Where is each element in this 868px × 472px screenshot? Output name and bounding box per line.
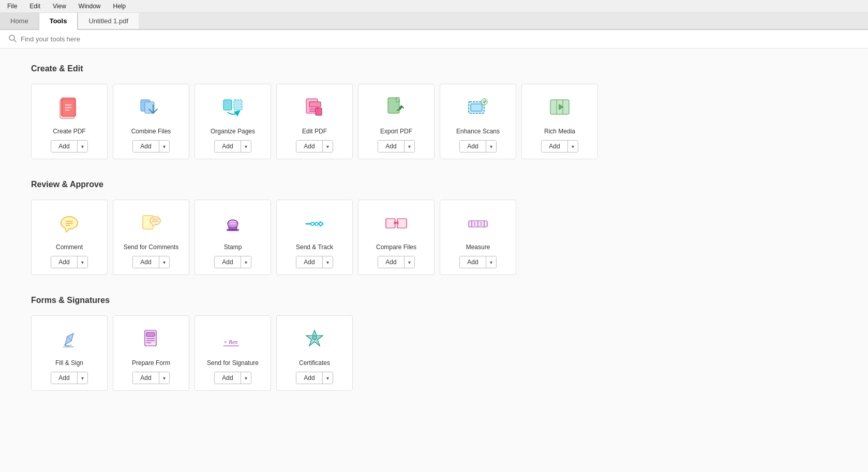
send-for-comments-name: Send for Comments: [124, 243, 179, 251]
svg-rect-14: [309, 102, 321, 107]
create-pdf-name: Create PDF: [53, 128, 85, 135]
svg-rect-36: [227, 229, 239, 231]
search-input[interactable]: [21, 35, 176, 43]
menu-edit[interactable]: Edit: [27, 2, 42, 11]
svg-point-26: [61, 217, 78, 229]
measure-name: Measure: [466, 243, 490, 251]
comment-name: Comment: [56, 243, 83, 251]
menu-view[interactable]: View: [51, 2, 68, 11]
stamp-icon: [218, 209, 247, 238]
send-for-comments-dropdown-button[interactable]: ▾: [159, 256, 169, 268]
certificates-add-button[interactable]: Add: [296, 372, 322, 384]
svg-point-61: [312, 336, 317, 340]
tool-card-create-pdf: Create PDF Add ▾: [31, 84, 108, 159]
create-pdf-add-button[interactable]: Add: [51, 141, 77, 152]
send-for-signature-btn-group: Add ▾: [214, 372, 251, 384]
tab-home[interactable]: Home: [0, 13, 39, 29]
export-pdf-name: Export PDF: [380, 128, 412, 135]
fill-sign-icon: [55, 325, 84, 354]
comment-add-button[interactable]: Add: [51, 256, 77, 268]
tool-card-export-pdf: Export PDF Add ▾: [358, 84, 435, 159]
svg-rect-11: [223, 100, 232, 110]
tool-card-comment: Comment Add ▾: [31, 200, 108, 275]
menu-bar: File Edit View Window Help: [0, 0, 868, 13]
measure-add-button[interactable]: Add: [460, 256, 486, 268]
combine-files-add-button[interactable]: Add: [133, 141, 159, 152]
compare-files-btn-group: Add ▾: [378, 256, 414, 268]
fill-sign-name: Fill & Sign: [55, 359, 83, 367]
edit-pdf-icon: [300, 94, 329, 123]
measure-dropdown-button[interactable]: ▾: [486, 256, 496, 268]
tab-tools[interactable]: Tools: [39, 13, 78, 30]
svg-rect-44: [386, 219, 395, 228]
enhance-scans-add-button[interactable]: Add: [460, 141, 486, 152]
compare-files-dropdown-button[interactable]: ▾: [405, 256, 414, 268]
send-for-signature-icon: × Ren: [218, 325, 247, 354]
create-pdf-icon: [55, 94, 84, 123]
prepare-form-btn-group: Add ▾: [132, 372, 169, 384]
rich-media-add-button[interactable]: Add: [542, 141, 567, 152]
tab-file[interactable]: Untitled 1.pdf: [78, 13, 139, 29]
combine-files-name: Combine Files: [131, 128, 171, 135]
organize-pages-name: Organize Pages: [211, 128, 255, 135]
certificates-dropdown-button[interactable]: ▾: [323, 372, 333, 384]
organize-pages-add-button[interactable]: Add: [215, 141, 241, 152]
section-title-forms-signatures: Forms & Signatures: [31, 296, 837, 305]
svg-rect-20: [471, 104, 482, 111]
tool-grid-create-edit: Create PDF Add ▾ Combine Files: [31, 84, 837, 159]
menu-window[interactable]: Window: [77, 2, 103, 11]
section-title-create-edit: Create & Edit: [31, 64, 837, 73]
send-for-signature-dropdown-button[interactable]: ▾: [241, 372, 251, 384]
svg-rect-45: [397, 219, 407, 228]
stamp-btn-group: Add ▾: [214, 256, 251, 268]
menu-file[interactable]: File: [5, 2, 19, 11]
send-track-btn-group: Add ▾: [296, 256, 333, 268]
tool-card-rich-media: Rich Media Add ▾: [521, 84, 598, 159]
organize-pages-btn-group: Add ▾: [214, 140, 251, 153]
section-title-review-approve: Review & Approve: [31, 180, 837, 189]
stamp-add-button[interactable]: Add: [215, 256, 241, 268]
tool-card-stamp: Stamp Add ▾: [194, 200, 271, 275]
combine-files-icon: [137, 94, 166, 123]
create-pdf-dropdown-button[interactable]: ▾: [78, 141, 87, 152]
edit-pdf-add-button[interactable]: Add: [296, 141, 322, 152]
fill-sign-dropdown-button[interactable]: ▾: [78, 372, 87, 384]
prepare-form-icon: [137, 325, 166, 354]
edit-pdf-dropdown-button[interactable]: ▾: [323, 141, 333, 152]
organize-pages-dropdown-button[interactable]: ▾: [241, 141, 251, 152]
tool-card-organize-pages: Organize Pages Add ▾: [194, 84, 271, 159]
combine-files-dropdown-button[interactable]: ▾: [159, 141, 169, 152]
send-for-signature-add-button[interactable]: Add: [215, 372, 241, 384]
compare-files-add-button[interactable]: Add: [378, 256, 404, 268]
comment-btn-group: Add ▾: [51, 256, 87, 268]
tool-card-send-for-comments: Send for Comments Add ▾: [113, 200, 189, 275]
create-pdf-btn-group: Add ▾: [51, 140, 87, 153]
export-pdf-add-button[interactable]: Add: [378, 141, 404, 152]
svg-point-41: [311, 222, 314, 225]
measure-btn-group: Add ▾: [459, 256, 496, 268]
compare-files-icon: [382, 209, 411, 238]
menu-help[interactable]: Help: [111, 2, 128, 11]
fill-sign-add-button[interactable]: Add: [51, 372, 77, 384]
enhance-scans-dropdown-button[interactable]: ▾: [486, 141, 496, 152]
enhance-scans-btn-group: Add ▾: [459, 140, 496, 153]
comment-dropdown-button[interactable]: ▾: [78, 256, 87, 268]
tool-card-edit-pdf: Edit PDF Add ▾: [276, 84, 353, 159]
tool-grid-review-approve: Comment Add ▾ Send for Comm: [31, 200, 837, 275]
export-pdf-dropdown-button[interactable]: ▾: [405, 141, 414, 152]
send-for-comments-add-button[interactable]: Add: [133, 256, 159, 268]
prepare-form-dropdown-button[interactable]: ▾: [159, 372, 169, 384]
combine-files-btn-group: Add ▾: [132, 140, 169, 153]
tool-card-prepare-form: Prepare Form Add ▾: [113, 315, 189, 391]
stamp-dropdown-button[interactable]: ▾: [241, 256, 251, 268]
svg-point-43: [319, 222, 322, 225]
rich-media-dropdown-button[interactable]: ▾: [568, 141, 578, 152]
send-track-dropdown-button[interactable]: ▾: [323, 256, 333, 268]
edit-pdf-btn-group: Add ▾: [296, 140, 333, 153]
tool-card-measure: Measure Add ▾: [440, 200, 516, 275]
tab-bar: Home Tools Untitled 1.pdf: [0, 13, 868, 30]
measure-icon: [463, 209, 492, 238]
send-track-add-button[interactable]: Add: [296, 256, 322, 268]
prepare-form-add-button[interactable]: Add: [133, 372, 159, 384]
enhance-scans-icon: [463, 94, 492, 123]
